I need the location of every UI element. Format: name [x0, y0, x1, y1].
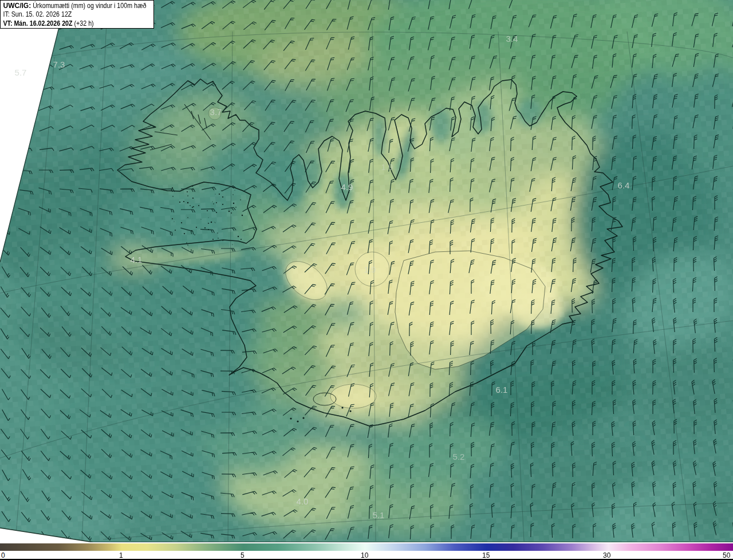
svg-text:7.3: 7.3	[53, 60, 65, 69]
svg-text:3.7: 3.7	[210, 107, 222, 117]
svg-text:4.0: 4.0	[297, 496, 309, 506]
svg-text:6.4: 6.4	[618, 180, 630, 190]
svg-text:5.2: 5.2	[453, 452, 465, 462]
svg-text:5.7: 5.7	[15, 68, 27, 77]
svg-text:6.1: 6.1	[496, 385, 508, 395]
svg-text:5.1: 5.1	[373, 510, 385, 520]
svg-text:3.4: 3.4	[506, 34, 518, 44]
svg-text:1.9: 1.9	[381, 162, 393, 172]
svg-text:4.9: 4.9	[341, 182, 353, 192]
svg-text:1.9: 1.9	[364, 265, 376, 274]
svg-text:4.1: 4.1	[131, 255, 143, 265]
